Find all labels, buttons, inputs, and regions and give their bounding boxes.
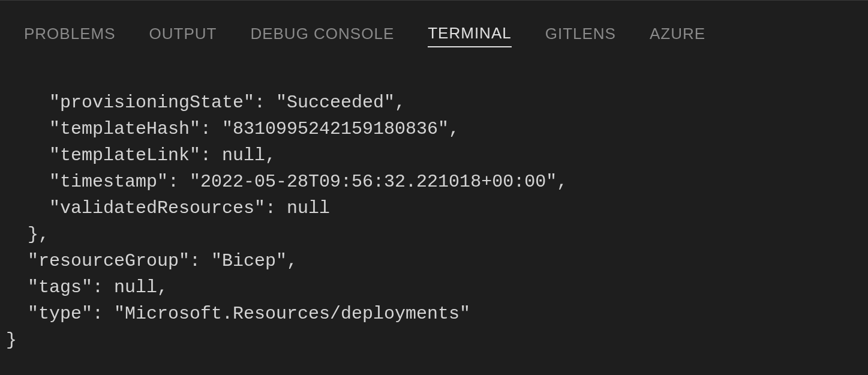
tab-output[interactable]: OUTPUT: [149, 25, 217, 47]
terminal-output[interactable]: "provisioningState": "Succeeded", "templ…: [0, 53, 868, 353]
panel-tab-bar: PROBLEMS OUTPUT DEBUG CONSOLE TERMINAL G…: [0, 1, 868, 53]
tab-debug-console[interactable]: DEBUG CONSOLE: [250, 25, 394, 47]
tab-terminal[interactable]: TERMINAL: [428, 24, 511, 47]
tab-gitlens[interactable]: GITLENS: [545, 25, 616, 47]
tab-problems[interactable]: PROBLEMS: [24, 25, 116, 47]
tab-azure[interactable]: AZURE: [650, 25, 705, 47]
